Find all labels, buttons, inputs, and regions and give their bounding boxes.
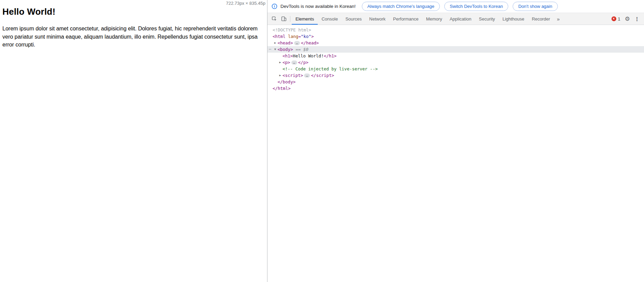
page-heading: Hello World! <box>2 6 263 17</box>
dom-tree-row[interactable]: </body> <box>267 79 644 85</box>
infobar-message: DevTools is now available in Korean! <box>280 4 356 9</box>
token-tag: = <box>298 34 301 39</box>
token-tag: </p> <box>298 60 308 65</box>
dom-tree: <!DOCTYPE html><html lang="ko">▶<head>…<… <box>267 25 644 282</box>
browser-window: Hello World! Lorem ipsum dolor sit amet … <box>0 0 644 282</box>
collapse-arrow-icon[interactable]: ▼ <box>273 46 277 53</box>
devtools-menu-icon[interactable]: ⋮ <box>634 16 640 22</box>
toolbar-separator <box>290 16 290 22</box>
settings-gear-icon[interactable]: ⚙ <box>625 16 630 22</box>
tab-security[interactable]: Security <box>475 13 499 25</box>
tab-sources[interactable]: Sources <box>342 13 366 25</box>
error-count: 1 <box>618 16 620 22</box>
more-tabs-icon[interactable]: » <box>554 13 563 25</box>
token-ellipsis: … <box>304 73 310 78</box>
info-icon <box>272 3 277 9</box>
dom-tree-row[interactable]: </html> <box>267 85 644 92</box>
tab-recorder[interactable]: Recorder <box>528 13 554 25</box>
page-paragraph: Lorem ipsum dolor sit amet consectetur, … <box>2 25 263 49</box>
devtools-language-infobar: DevTools is now available in Korean! Alw… <box>267 0 644 13</box>
token-ellipsis: … <box>291 61 297 65</box>
token-tag: <body> <box>278 47 293 52</box>
toolbar-right: × 1 ⚙ ⋮ <box>612 13 644 25</box>
devtools-tabs: ElementsConsoleSourcesNetworkPerformance… <box>292 13 554 25</box>
infobar-button-0[interactable]: Always match Chrome's language <box>362 2 440 11</box>
token-tag: <html <box>273 34 288 39</box>
dom-tree-row[interactable]: <!DOCTYPE html> <box>267 27 644 33</box>
tab-performance[interactable]: Performance <box>389 13 422 25</box>
infobar-buttons: Always match Chrome's languageSwitch Dev… <box>362 2 558 11</box>
token-tag: <head> <box>278 40 293 45</box>
token-tag: </head> <box>301 40 319 45</box>
page-viewport: Hello World! Lorem ipsum dolor sit amet … <box>0 0 267 282</box>
dom-tree-row[interactable]: ▶<p>…</p> <box>267 59 644 66</box>
infobar-button-2[interactable]: Don't show again <box>513 2 557 11</box>
device-toolbar-icon[interactable] <box>279 13 289 25</box>
token-tag: <p> <box>282 60 290 65</box>
expand-arrow-icon[interactable]: ▶ <box>278 72 282 79</box>
token-val: "ko" <box>301 34 311 39</box>
tab-lighthouse[interactable]: Lighthouse <box>499 13 528 25</box>
token-tag: > <box>311 34 314 39</box>
tab-elements[interactable]: Elements <box>292 13 318 25</box>
devtools-panel: DevTools is now available in Korean! Alw… <box>267 0 644 282</box>
error-icon: × <box>612 16 616 21</box>
node-menu-icon[interactable]: … <box>269 45 272 52</box>
expand-arrow-icon[interactable]: ▶ <box>278 59 282 66</box>
tab-network[interactable]: Network <box>366 13 390 25</box>
token-tag: </script> <box>311 73 334 78</box>
token-tag: <h1> <box>282 53 293 58</box>
infobar-button-1[interactable]: Switch DevTools to Korean <box>444 2 508 11</box>
dom-tree-row[interactable]: ▶<head>…</head> <box>267 40 644 46</box>
dom-tree-row[interactable]: <html lang="ko"> <box>267 33 644 40</box>
dom-tree-row[interactable]: ▶<script>…</script> <box>267 72 644 79</box>
token-tag: </html> <box>273 86 291 91</box>
tab-memory[interactable]: Memory <box>422 13 446 25</box>
token-doctype: <!DOCTYPE html> <box>273 27 311 32</box>
token-attr: lang <box>288 34 298 39</box>
token-comment: <!-- Code injected by live-server --> <box>282 66 378 71</box>
token-meta: == $0 <box>293 47 308 52</box>
token-tag: </body> <box>278 79 296 84</box>
viewport-size-overlay: 722.73px × 835.45p <box>226 1 265 6</box>
tab-console[interactable]: Console <box>318 13 342 25</box>
dom-tree-row[interactable]: …▼<body> == $0 <box>267 46 644 53</box>
token-ellipsis: … <box>294 41 300 45</box>
expand-arrow-icon[interactable]: ▶ <box>273 40 277 46</box>
token-text: Hello World! <box>293 53 324 58</box>
devtools-toolbar: ElementsConsoleSourcesNetworkPerformance… <box>267 13 644 25</box>
dom-tree-row[interactable]: <!-- Code injected by live-server --> <box>267 66 644 72</box>
token-tag: <script> <box>282 73 303 78</box>
console-error-badge[interactable]: × 1 <box>612 16 620 22</box>
dom-tree-row[interactable]: <h1>Hello World!</h1> <box>267 53 644 59</box>
inspect-element-icon[interactable] <box>270 13 279 25</box>
token-tag: </h1> <box>324 53 337 58</box>
tab-application[interactable]: Application <box>446 13 475 25</box>
